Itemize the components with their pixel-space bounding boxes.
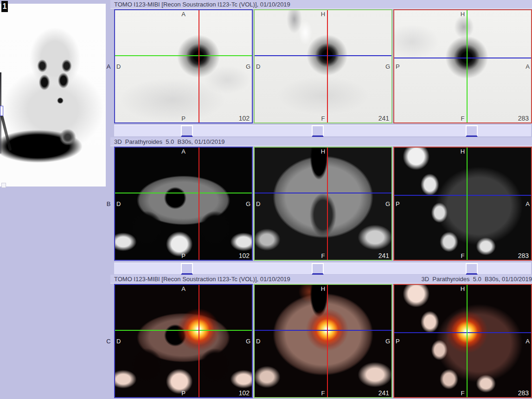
slice-number: 241 xyxy=(378,389,389,397)
orientation-label-top: A xyxy=(181,148,186,155)
orientation-label-right: G xyxy=(385,338,390,345)
series-title: 3D Parathyroides 5.0 B30s, 01/10/2019 xyxy=(114,138,225,145)
slice-scrollbar-row-a[interactable] xyxy=(114,125,531,136)
viewport-a-transaxial[interactable]: A D G P 102 xyxy=(114,9,253,123)
crosshair-horizontal xyxy=(115,330,252,331)
slice-scrollbar-row-b[interactable] xyxy=(114,263,531,274)
slice-number: 283 xyxy=(518,389,529,397)
spect-sagittal-image xyxy=(394,10,531,122)
orientation-label-bottom: P xyxy=(181,390,186,397)
series-title: TOMO I123-MIBI [Recon Soustraction I123-… xyxy=(114,1,290,8)
crosshair-horizontal xyxy=(255,55,391,56)
orientation-label-left: P xyxy=(396,338,400,345)
slice-number: 102 xyxy=(239,389,250,397)
row-letter-c: C xyxy=(105,338,112,345)
scrollbar-thumb-sagittal[interactable] xyxy=(466,263,478,275)
crosshair-vertical xyxy=(199,148,199,260)
fused-coronal-image xyxy=(255,285,391,397)
orientation-label-bottom: F xyxy=(321,252,325,259)
crosshair-vertical xyxy=(467,285,468,397)
crosshair-horizontal xyxy=(255,330,391,331)
orientation-label-right: A xyxy=(526,200,530,207)
edge-marker xyxy=(0,106,3,116)
spect-coronal-image xyxy=(255,10,391,122)
viewport-c-transaxial[interactable]: A D G P 102 xyxy=(114,284,253,398)
orientation-label-bottom: F xyxy=(461,252,465,259)
orientation-label-top: H xyxy=(321,11,325,18)
crosshair-vertical xyxy=(199,285,199,397)
orientation-label-top: A xyxy=(181,11,186,18)
orientation-label-bottom: F xyxy=(461,115,465,122)
ct-sagittal-image xyxy=(394,148,531,260)
frame-marker-icon xyxy=(1,183,6,188)
crosshair-vertical xyxy=(199,10,199,122)
ct-coronal-image xyxy=(255,148,391,260)
series-title-left: TOMO I123-MIBI [Recon Soustraction I123-… xyxy=(114,276,290,283)
series-titlebar-a: TOMO I123-MIBI [Recon Soustraction I123-… xyxy=(110,0,532,9)
crosshair-horizontal xyxy=(394,195,531,196)
orientation-label-left: P xyxy=(396,200,400,207)
ct-transaxial-image xyxy=(115,148,252,260)
orientation-label-right: A xyxy=(526,338,530,345)
orientation-label-left: P xyxy=(396,63,400,70)
frame-number-badge: 1 xyxy=(1,1,8,12)
scrollbar-thumb-coronal[interactable] xyxy=(312,263,324,275)
slice-number: 241 xyxy=(378,252,389,259)
scrollbar-thumb-coronal[interactable] xyxy=(312,125,324,137)
viewport-b-coronal[interactable]: H D G F 241 xyxy=(254,147,392,261)
viewport-grid: TOMO I123-MIBI [Recon Soustraction I123-… xyxy=(110,0,532,399)
crosshair-horizontal xyxy=(115,193,252,193)
orientation-label-top: H xyxy=(461,148,465,155)
orientation-label-right: G xyxy=(385,200,390,207)
orientation-label-left: D xyxy=(256,200,260,207)
series-title-right: 3D Parathyroides 5.0 B30s, 01/10/2019 xyxy=(422,276,532,283)
row-letter-a: A xyxy=(105,63,112,70)
orientation-label-bottom: P xyxy=(181,252,186,259)
spect-transaxial-image xyxy=(115,10,252,122)
orientation-label-bottom: P xyxy=(181,115,186,122)
orientation-label-left: D xyxy=(256,338,260,345)
slice-number: 283 xyxy=(518,252,529,259)
slice-number: 102 xyxy=(239,252,250,259)
orientation-label-top: H xyxy=(321,148,325,155)
crosshair-vertical xyxy=(327,285,328,397)
crosshair-horizontal xyxy=(115,55,252,56)
row-letter-b: B xyxy=(105,200,112,207)
viewport-b-sagittal[interactable]: H P A F 283 xyxy=(393,147,532,261)
series-titlebar-b: 3D Parathyroides 5.0 B30s, 01/10/2019 xyxy=(110,137,532,146)
crosshair-vertical xyxy=(327,148,328,260)
orientation-label-top: H xyxy=(321,285,325,292)
orientation-label-right: G xyxy=(246,338,250,345)
scrollbar-thumb-sagittal[interactable] xyxy=(466,125,478,137)
orientation-label-left: D xyxy=(116,338,121,345)
series-titlebar-c: TOMO I123-MIBI [Recon Soustraction I123-… xyxy=(110,275,532,283)
viewport-a-sagittal[interactable]: H P A F 283 xyxy=(393,9,532,123)
scrollbar-thumb-transaxial[interactable] xyxy=(181,125,193,137)
crosshair-horizontal xyxy=(255,193,391,193)
scrollbar-thumb-transaxial[interactable] xyxy=(181,263,193,275)
orientation-label-top: H xyxy=(461,11,465,18)
viewer-window: 1 TOMO I123-MIBI [Recon Soustraction I12… xyxy=(0,0,532,399)
slice-number: 283 xyxy=(518,115,529,122)
viewport-c-sagittal[interactable]: H P A F 283 xyxy=(393,284,532,398)
orientation-label-right: G xyxy=(385,63,390,70)
crosshair-horizontal xyxy=(394,58,531,58)
orientation-label-bottom: F xyxy=(321,390,325,397)
viewport-b-transaxial[interactable]: A D G P 102 xyxy=(114,147,253,261)
orientation-label-right: G xyxy=(246,63,250,70)
planar-scintigram-thumbnail[interactable] xyxy=(0,4,106,187)
fused-transaxial-image xyxy=(115,285,252,397)
slice-number: 102 xyxy=(239,115,250,122)
orientation-label-right: G xyxy=(246,200,250,207)
viewport-c-coronal[interactable]: H D G F 241 xyxy=(254,284,392,398)
sidebar: 1 xyxy=(0,0,110,399)
crosshair-vertical xyxy=(467,10,468,122)
orientation-label-left: D xyxy=(116,63,121,70)
fused-sagittal-image xyxy=(394,285,531,397)
orientation-label-right: A xyxy=(526,63,530,70)
slice-number: 241 xyxy=(378,115,389,122)
crosshair-vertical xyxy=(327,10,328,122)
orientation-label-left: D xyxy=(256,63,260,70)
viewport-a-coronal[interactable]: H D G F 241 xyxy=(254,9,392,123)
crosshair-vertical xyxy=(467,148,468,260)
